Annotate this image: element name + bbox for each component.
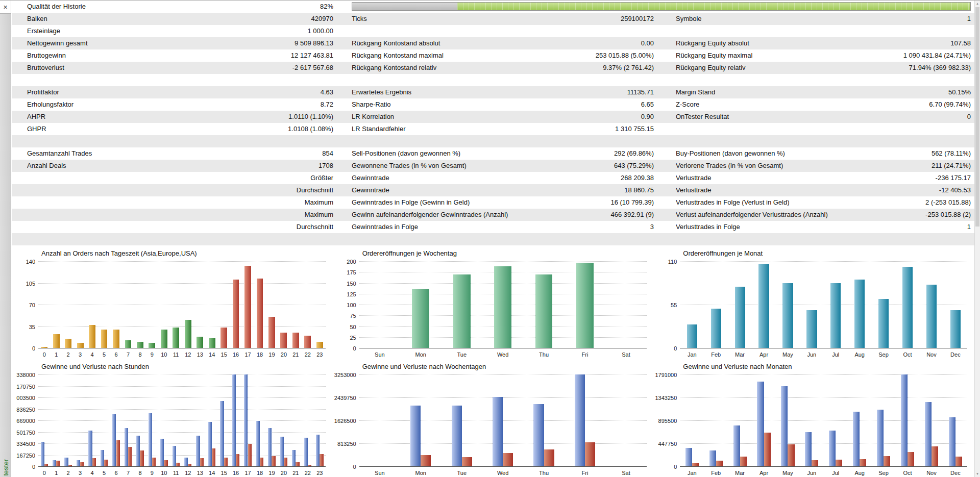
chart-canvas: 0813250162650024397503253000SunMonTueWed…	[333, 371, 654, 477]
stat-value: -2 617 567.68	[292, 62, 333, 74]
x-axis-tick-label: 3	[74, 352, 86, 358]
stats-row: GrößterGewinntrade268 209.38Verlusttrade…	[12, 172, 974, 184]
bar	[462, 457, 472, 466]
bar	[173, 446, 176, 466]
stat-value: 1 310 755.15	[615, 123, 654, 135]
bar	[830, 283, 841, 348]
gridline	[359, 261, 647, 262]
stats-cell	[676, 233, 971, 245]
x-axis-tick-label: Feb	[704, 470, 728, 476]
stat-label: Gesamtanzahl Trades	[27, 147, 92, 160]
quality-bar-green-segment	[457, 3, 970, 10]
stats-row: Gesamtanzahl Trades854Sell-Positionen (d…	[12, 147, 974, 160]
tab-tester[interactable]: tester	[0, 459, 11, 476]
stat-label: Erwartetes Ergebnis	[352, 86, 411, 98]
x-axis-tick-label: 22	[302, 470, 314, 476]
stats-cell: Verlusttrades in Folge1	[676, 221, 971, 233]
scrollbar[interactable]: ▲ ▼	[974, 1, 980, 477]
bar	[453, 274, 471, 348]
stat-label: Margin Stand	[676, 86, 715, 98]
y-axis-tick-label: 75	[333, 313, 356, 319]
bar	[53, 334, 60, 348]
x-axis-tick-label: Dec	[943, 352, 967, 358]
y-axis-tick-label: 0	[333, 464, 356, 470]
stat-value: 854	[322, 147, 333, 160]
scroll-down-icon[interactable]: ▼	[975, 471, 980, 477]
stats-cell: Maximum	[27, 209, 333, 221]
x-axis-tick-label: 20	[278, 352, 290, 358]
scrollbar-thumb[interactable]	[975, 7, 979, 227]
x-axis-tick-label: Sat	[605, 352, 646, 358]
bar	[292, 333, 299, 348]
bar	[64, 458, 68, 467]
bar	[44, 464, 48, 466]
stat-value: 2 (-253 015.88)	[925, 196, 971, 209]
bar	[197, 337, 203, 348]
stat-label: Sharpe-Ratio	[352, 98, 391, 111]
x-axis-tick-label: 11	[170, 352, 182, 358]
stat-label: Verlusttrade	[676, 184, 711, 196]
stat-label: Z-Score	[676, 98, 699, 111]
stats-row: Erholungsfaktor8.72Sharpe-Ratio6.65Z-Sco…	[12, 98, 974, 111]
stats-cell: Größter	[27, 172, 333, 184]
bar	[173, 328, 179, 348]
stats-cell: Rückgang Equity absolut107.58	[676, 37, 971, 49]
stat-label: LR Korrelation	[352, 111, 394, 123]
x-axis-tick-label: Wed	[482, 352, 523, 358]
x-axis-line	[38, 466, 326, 467]
bar	[304, 438, 308, 467]
stats-row: Ersteinlage1 000.00	[12, 25, 974, 37]
bar	[878, 299, 889, 348]
x-axis-tick-label: Mar	[728, 352, 752, 358]
chart-canvas: 0357010514001234567891011121314151617181…	[12, 258, 333, 359]
gridline	[359, 443, 647, 444]
stat-label: Gewonnene Trades (in % von Gesamt)	[352, 160, 467, 172]
stats-row: AHPR1.0110 (1.10%)LR Korrelation0.90OnTe…	[12, 111, 974, 123]
bar	[236, 454, 239, 466]
chart-orders-by-hour: Anzahl an Orders nach Tageszeit (Asia,Eu…	[12, 245, 333, 359]
scroll-up-icon[interactable]: ▲	[975, 1, 980, 7]
stat-label: Verlusttrades in Folge (Verlust in Geld)	[676, 196, 790, 209]
stats-cell: Profitfaktor4.63	[27, 86, 333, 98]
bar	[805, 432, 812, 466]
x-axis-line	[38, 348, 326, 348]
bar	[200, 458, 204, 466]
x-axis-tick-label: 0	[38, 352, 51, 358]
stats-cell: Gewinntrade268 209.38	[352, 172, 654, 184]
stat-value: 18 860.75	[624, 184, 654, 196]
stat-label: Gewinn aufeinanderfolgender Gewinntrades…	[352, 209, 508, 221]
x-axis-tick-label: Oct	[896, 352, 920, 358]
x-axis-tick-label: Sun	[359, 470, 400, 476]
stats-row: Bruttogewinn12 127 463.81Rückgang Kontos…	[12, 49, 974, 62]
stat-label: OnTester Resultat	[676, 111, 729, 123]
y-axis-tick-label: 895500	[653, 418, 677, 424]
bar	[829, 431, 836, 466]
stats-row: Profitfaktor4.63Erwartetes Ergebnis11135…	[12, 86, 974, 98]
bar	[316, 435, 320, 466]
x-axis-tick-label: 6	[110, 352, 122, 358]
x-axis-tick-label: 2	[62, 470, 75, 476]
stat-label: Gewinntrades in Folge (Gewinn in Geld)	[352, 196, 470, 209]
gridline	[680, 397, 967, 398]
stat-value: Größter	[310, 172, 333, 184]
y-axis-tick-label: 1343250	[653, 395, 677, 401]
stats-cell	[352, 233, 654, 245]
chart-canvas: 0255075100125150175200SunMonTueWedThuFri…	[333, 258, 654, 359]
stats-cell: LR Standardfehler1 310 755.15	[352, 123, 654, 135]
close-button[interactable]: ×	[0, 1, 11, 14]
stat-value: 0	[967, 111, 971, 123]
bar	[292, 450, 296, 466]
x-axis-tick-label: Jul	[824, 470, 848, 476]
stats-cell: Sell-Positionen (davon gewonnen %)292 (6…	[352, 147, 654, 160]
bar	[685, 448, 692, 466]
results-content: Qualität der Historie82%Balken420970Tick…	[12, 1, 974, 477]
x-axis-tick-label: 9	[146, 470, 158, 476]
y-axis-tick-label: 50	[333, 324, 356, 330]
bar	[925, 402, 932, 466]
x-axis-tick-label: 15	[218, 352, 230, 358]
y-axis-tick-label: 501750	[12, 430, 35, 436]
x-axis-tick-label: Nov	[920, 470, 944, 476]
bar	[955, 457, 962, 466]
x-axis-tick-label: 20	[278, 470, 290, 476]
stat-label: Gewinntrade	[352, 184, 389, 196]
